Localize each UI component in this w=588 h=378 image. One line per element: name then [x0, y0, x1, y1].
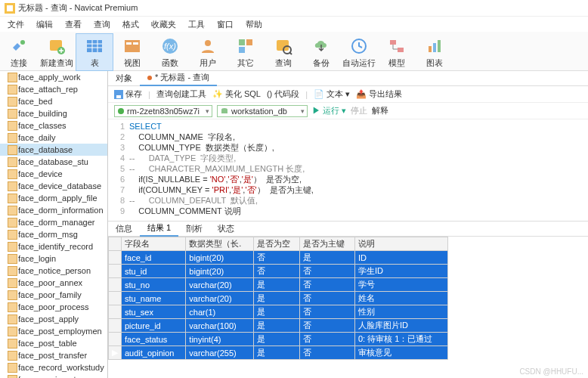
tree-item-face_bed[interactable]: face_bed [0, 95, 107, 107]
snippet-button[interactable]: () 代码段 [267, 88, 299, 100]
tb-chart[interactable]: 图表 [416, 33, 453, 71]
tree-item-face_post_apply[interactable]: face_post_apply [0, 313, 107, 325]
tree-item-face_notice_person[interactable]: face_notice_person [0, 265, 107, 277]
tb-func[interactable]: f(x)函数 [151, 33, 189, 71]
cell[interactable]: 否 [299, 292, 354, 305]
db-combo[interactable]: workstation_db [217, 105, 308, 117]
table-row[interactable]: face_idbigint(20)否是ID [109, 251, 448, 265]
cell[interactable]: 否 [253, 251, 299, 265]
tb-backup[interactable]: 备份 [302, 33, 340, 71]
cell[interactable]: char(1) [186, 305, 253, 319]
cell[interactable]: 否 [299, 265, 354, 278]
tb-other[interactable]: 其它 [227, 33, 265, 71]
cell[interactable]: 是 [253, 292, 299, 305]
tree-item-face_attach_rep[interactable]: face_attach_rep [0, 83, 107, 95]
rtab-info[interactable]: 信息 [108, 222, 140, 236]
cell[interactable]: stu_sex [122, 305, 186, 319]
tree-item-face_database_stu[interactable]: face_database_stu [0, 156, 107, 168]
table-row[interactable]: face_statustinyint(4)是否0: 待审核 1：已通过 [109, 333, 448, 346]
tree-item-face_post_table[interactable]: face_post_table [0, 337, 107, 349]
stop-button[interactable]: 停止 [351, 105, 367, 116]
cell[interactable]: stu_no [122, 278, 186, 292]
cell[interactable]: 否 [299, 278, 354, 292]
tab-objects[interactable]: 对象 [108, 71, 140, 85]
cell[interactable]: face_status [122, 333, 186, 346]
tree-item-face_device[interactable]: face_device [0, 168, 107, 180]
menu-query[interactable]: 查询 [89, 17, 115, 32]
col-header[interactable]: 说明 [354, 237, 447, 251]
tb-user[interactable]: 用户 [189, 33, 227, 71]
tb-query[interactable]: 查询 [265, 33, 302, 71]
tree-item-face_classes[interactable]: face_classes [0, 119, 107, 132]
result-grid[interactable]: 字段名数据类型（长.是否为空是否为主键说明face_idbigint(20)否是… [108, 237, 588, 378]
table-row[interactable]: stu_idbigint(20)否否学生ID [109, 265, 448, 278]
cell[interactable]: face_id [122, 251, 186, 265]
tree-item-face_login[interactable]: face_login [0, 253, 107, 265]
cell[interactable]: varchar(100) [186, 319, 253, 333]
cell[interactable]: 是 [253, 333, 299, 346]
menu-tools[interactable]: 工具 [184, 17, 209, 32]
tree-item-face_dorm_information[interactable]: face_dorm_information [0, 204, 107, 216]
cell[interactable]: 否 [253, 265, 299, 278]
menu-favorites[interactable]: 收藏夹 [147, 17, 181, 32]
cell[interactable]: 否 [299, 305, 354, 319]
query-builder-button[interactable]: 查询创建工具 [156, 88, 206, 100]
cell[interactable]: 学号 [354, 278, 447, 292]
cell[interactable]: bigint(20) [186, 251, 253, 265]
col-header[interactable]: 是否为空 [253, 237, 299, 251]
cell[interactable]: picture_id [122, 319, 186, 333]
menu-format[interactable]: 格式 [118, 17, 144, 32]
cell[interactable]: 审核意见 [354, 346, 447, 360]
tree-item-face_dorm_manager[interactable]: face_dorm_manager [0, 216, 107, 228]
cell[interactable]: 是 [253, 319, 299, 333]
menu-view[interactable]: 查看 [60, 17, 86, 32]
col-header[interactable]: 数据类型（长. [186, 237, 253, 251]
sql-editor[interactable]: 123456789 SELECT COLUMN_NAME 字段名, COLUMN… [108, 119, 588, 222]
table-row[interactable]: ▶audit_opinionvarchar(255)是否审核意见 [109, 346, 448, 360]
tree-item-face_record_workstudy[interactable]: face_record_workstudy [0, 361, 107, 373]
cell[interactable]: 否 [299, 333, 354, 346]
cell[interactable]: 0: 待审核 1：已通过 [354, 333, 447, 346]
rtab-profile[interactable]: 剖析 [178, 222, 210, 236]
export-button[interactable]: 📤导出结果 [356, 88, 402, 100]
tree-item-face_identify_record[interactable]: face_identify_record [0, 240, 107, 253]
tree-item-face_poor_annex[interactable]: face_poor_annex [0, 277, 107, 289]
table-row[interactable]: stu_sexchar(1)是否性别 [109, 305, 448, 319]
menu-window[interactable]: 窗口 [212, 17, 238, 32]
run-button[interactable]: ▶ 运行 ▾ [312, 105, 346, 116]
tb-view[interactable]: 视图 [113, 33, 151, 71]
tree-item-face_device_database[interactable]: face_device_database [0, 180, 107, 192]
cell[interactable]: 是 [253, 305, 299, 319]
table-row[interactable]: stu_namevarchar(20)是否姓名 [109, 292, 448, 305]
tree-item-face_poor_process[interactable]: face_poor_process [0, 301, 107, 313]
cell[interactable]: bigint(20) [186, 265, 253, 278]
cell[interactable]: stu_name [122, 292, 186, 305]
tb-newquery[interactable]: 新建查询 [38, 33, 76, 71]
tree-item-face_database[interactable]: face_database [0, 144, 107, 156]
text-button[interactable]: 📄文本 ▾ [314, 88, 350, 100]
explain-button[interactable]: 解释 [372, 105, 388, 116]
cell[interactable]: 姓名 [354, 292, 447, 305]
menu-file[interactable]: 文件 [3, 17, 29, 32]
table-row[interactable]: picture_idvarchar(100)是否人脸库图片ID [109, 319, 448, 333]
tree-item-face_poor_family[interactable]: face_poor_family [0, 289, 107, 301]
cell[interactable]: 否 [299, 319, 354, 333]
cell[interactable]: 性别 [354, 305, 447, 319]
menu-edit[interactable]: 编辑 [32, 17, 57, 32]
tree-item-face_daily[interactable]: face_daily [0, 132, 107, 144]
cell[interactable]: tinyint(4) [186, 333, 253, 346]
cell[interactable]: 是 [253, 346, 299, 360]
tb-table[interactable]: 表 [76, 33, 113, 71]
tree-item-face_post_employmen[interactable]: face_post_employmen [0, 325, 107, 337]
server-combo[interactable]: rm-2zetn83n05wz7i [114, 105, 212, 117]
tree-item-face_apply_work[interactable]: face_apply_work [0, 71, 107, 83]
rtab-result1[interactable]: 结果 1 [140, 221, 178, 237]
cell[interactable]: 学生ID [354, 265, 447, 278]
tb-auto[interactable]: 自动运行 [340, 33, 378, 71]
cell[interactable]: ID [354, 251, 447, 265]
cell[interactable]: varchar(255) [186, 346, 253, 360]
tb-model[interactable]: 模型 [378, 33, 416, 71]
sidebar[interactable]: face_apply_workface_attach_repface_bedfa… [0, 71, 108, 378]
rtab-status[interactable]: 状态 [210, 222, 242, 236]
sql-text[interactable]: SELECT COLUMN_NAME 字段名, COLUMN_TYPE 数据类型… [129, 121, 314, 216]
